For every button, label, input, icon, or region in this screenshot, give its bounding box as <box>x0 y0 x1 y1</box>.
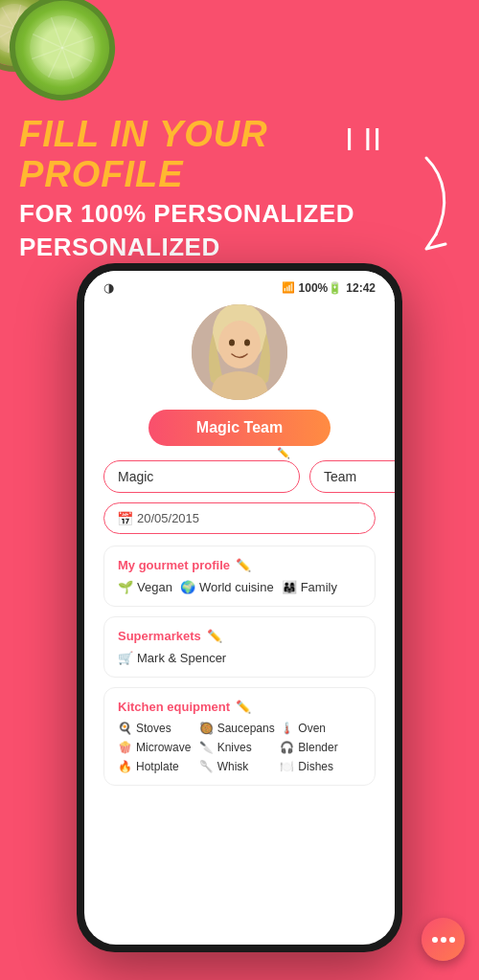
status-bar: ◑ 📶 100%🔋 12:42 <box>84 271 395 300</box>
gourmet-items: 🌱 Vegan 🌍 World cuisine 👨‍👩‍👧 Family <box>118 580 361 594</box>
gourmet-item-family: 👨‍👩‍👧 Family <box>282 580 337 594</box>
vegan-icon: 🌱 <box>118 580 133 594</box>
avatar[interactable] <box>192 304 287 400</box>
chat-dots <box>432 937 455 943</box>
chat-dot-3 <box>449 937 455 943</box>
chat-dot-1 <box>432 937 438 943</box>
gourmet-item-world: 🌍 World cuisine <box>180 580 274 594</box>
avatar-section: Magic Team <box>103 304 376 446</box>
last-name-wrapper: ✏️ <box>309 460 395 493</box>
stoves-icon: 🍳 <box>118 722 132 735</box>
kitchen-equipment-card: Kitchen equipment ✏️ 🍳 Stoves 🥘 Saucepan… <box>103 687 376 786</box>
equip-whisk: 🥄 Whisk <box>199 760 281 773</box>
blender-icon: 🎧 <box>280 741 294 754</box>
microwave-icon: 🍿 <box>118 741 132 754</box>
headline-sub-2: PERSONALIZED <box>19 233 383 262</box>
status-left-icon: ◑ <box>103 280 114 295</box>
dishes-icon: 🍽️ <box>280 760 294 773</box>
equip-oven: 🌡️ Oven <box>280 722 361 735</box>
kitchen-card-title: Kitchen equipment ✏️ <box>118 700 361 714</box>
svg-point-13 <box>229 340 235 346</box>
last-name-input[interactable] <box>309 460 395 493</box>
kitchen-edit-icon[interactable]: ✏️ <box>236 700 251 714</box>
family-icon: 👨‍👩‍👧 <box>282 580 297 594</box>
magic-team-button[interactable]: Magic Team <box>148 410 331 446</box>
gourmet-item-vegan: 🌱 Vegan <box>118 580 172 594</box>
clock: 12:42 <box>346 281 376 295</box>
knives-icon: 🔪 <box>199 741 214 754</box>
calendar-icon: 📅 <box>117 511 133 526</box>
first-name-input[interactable] <box>103 460 300 493</box>
phone-screen: ◑ 📶 100%🔋 12:42 <box>84 271 395 945</box>
equip-stoves: 🍳 Stoves <box>118 722 199 735</box>
headline-fill: FILL IN YOUR PROFILE <box>19 115 383 195</box>
arrow-decoration <box>388 148 465 254</box>
gourmet-edit-icon[interactable]: ✏️ <box>236 558 251 572</box>
avatar-image <box>192 304 287 400</box>
world-cuisine-icon: 🌍 <box>180 580 195 594</box>
headline-sub-1: FOR 100% PERSONALIZED <box>19 199 383 229</box>
first-name-wrapper: ✏️ <box>103 460 300 493</box>
app-content: Magic Team ✏️ ✏️ 📅 <box>84 300 395 935</box>
supermarkets-card: Supermarkets ✏️ 🛒 Mark & Spencer <box>103 616 376 678</box>
equip-knives: 🔪 Knives <box>199 741 281 754</box>
name-fields: ✏️ ✏️ <box>103 460 376 493</box>
saucepans-icon: 🥘 <box>199 722 214 735</box>
phone-mockup: ◑ 📶 100%🔋 12:42 <box>77 263 402 952</box>
supermarkets-card-title: Supermarkets ✏️ <box>118 629 361 643</box>
signal-icon: 📶 <box>282 281 295 294</box>
hotplate-icon: 🔥 <box>118 760 132 773</box>
cucumber-decoration <box>0 0 153 115</box>
gourmet-profile-card: My gourmet profile ✏️ 🌱 Vegan 🌍 World cu… <box>103 546 376 607</box>
headline-area: FILL IN YOUR PROFILE FOR 100% PERSONALIZ… <box>19 115 383 262</box>
date-field-wrapper: 📅 <box>103 502 376 534</box>
equip-dishes: 🍽️ Dishes <box>280 760 361 773</box>
cucumber-slice-1 <box>0 0 129 115</box>
chat-dot-2 <box>441 937 446 943</box>
whisk-icon: 🥄 <box>199 760 214 773</box>
equipment-grid: 🍳 Stoves 🥘 Saucepans 🌡️ Oven 🍿 Microwave <box>118 722 361 773</box>
battery-status: 100%🔋 <box>299 281 343 295</box>
equip-blender: 🎧 Blender <box>280 741 361 754</box>
svg-point-12 <box>218 321 261 368</box>
supermarket-item-ms: 🛒 Mark & Spencer <box>118 651 226 665</box>
chat-button[interactable] <box>422 918 465 961</box>
oven-icon: 🌡️ <box>280 722 294 735</box>
status-right: 📶 100%🔋 12:42 <box>282 281 376 295</box>
gourmet-card-title: My gourmet profile ✏️ <box>118 558 361 572</box>
supermarkets-edit-icon[interactable]: ✏️ <box>207 629 222 643</box>
equip-hotplate: 🔥 Hotplate <box>118 760 199 773</box>
date-input[interactable] <box>103 502 376 534</box>
equip-saucepans: 🥘 Saucepans <box>199 722 281 735</box>
cart-icon: 🛒 <box>118 651 133 665</box>
svg-point-14 <box>244 340 250 346</box>
first-name-pencil-icon: ✏️ <box>277 447 290 459</box>
equip-microwave: 🍿 Microwave <box>118 741 199 754</box>
supermarkets-items: 🛒 Mark & Spencer <box>118 651 361 665</box>
